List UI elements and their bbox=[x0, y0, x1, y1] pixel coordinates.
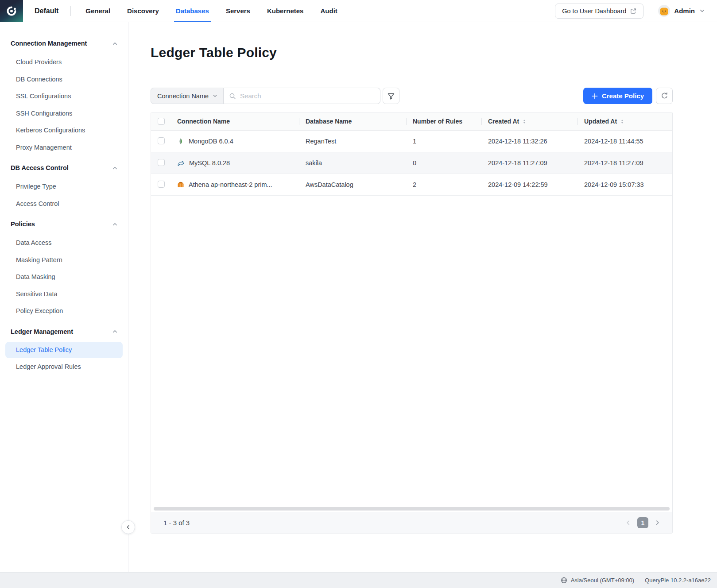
section-header-db-access-control[interactable]: DB Access Control bbox=[0, 162, 128, 173]
chevron-left-icon bbox=[125, 524, 131, 530]
pagination: 1 bbox=[625, 517, 661, 528]
sidebar-item-ledger-table-policy[interactable]: Ledger Table Policy bbox=[5, 342, 123, 358]
search-input[interactable] bbox=[240, 92, 376, 100]
user-avatar bbox=[658, 5, 670, 17]
sidebar-item-privilege-type[interactable]: Privilege Type bbox=[0, 178, 128, 195]
sidebar-item-sensitive-data[interactable]: Sensitive Data bbox=[0, 286, 128, 303]
chevron-down-icon bbox=[212, 93, 218, 99]
sidebar-item-data-masking[interactable]: Data Masking bbox=[0, 268, 128, 286]
tab-databases[interactable]: Databases bbox=[174, 0, 211, 22]
user-name: Admin bbox=[674, 7, 695, 15]
chevron-up-icon bbox=[112, 328, 118, 335]
table-row[interactable]: MySQL 8.0.28 sakila 0 2024-12-18 11:27:0… bbox=[151, 152, 672, 174]
table-toolbar: Connection Name bbox=[151, 88, 673, 104]
chevron-up-icon bbox=[112, 165, 118, 171]
filter-button[interactable] bbox=[383, 88, 399, 104]
mysql-icon bbox=[177, 159, 185, 166]
number-of-rules: 0 bbox=[406, 159, 481, 166]
sidebar-item-access-control[interactable]: Access Control bbox=[0, 195, 128, 213]
main-content: Ledger Table Policy Connection Name bbox=[128, 22, 717, 572]
table-row[interactable]: MongoDB 6.0.4 ReganTest 1 2024-12-18 11:… bbox=[151, 131, 672, 152]
page-title: Ledger Table Policy bbox=[151, 45, 673, 60]
external-link-icon bbox=[630, 8, 636, 14]
row-checkbox[interactable] bbox=[158, 159, 165, 166]
updated-at: 2024-12-09 15:07:33 bbox=[577, 181, 672, 188]
user-menu[interactable]: Admin bbox=[658, 5, 705, 17]
connection-name: MongoDB 6.0.4 bbox=[189, 138, 233, 145]
create-policy-button[interactable]: Create Policy bbox=[583, 88, 652, 104]
refresh-icon bbox=[661, 92, 668, 100]
horizontal-scrollbar[interactable] bbox=[154, 507, 670, 511]
globe-icon bbox=[561, 577, 567, 584]
sidebar-item-ledger-approval-rules[interactable]: Ledger Approval Rules bbox=[0, 358, 128, 375]
version-text: QueryPie 10.2.2-a16ae22 bbox=[645, 577, 711, 584]
column-connection-name: Connection Name bbox=[171, 112, 299, 130]
section-db-access-control: DB Access Control Privilege Type Access … bbox=[0, 162, 128, 212]
table-row[interactable]: Athena ap-northeast-2 prim... AwsDataCat… bbox=[151, 174, 672, 196]
policy-table: Connection Name Database Name Number of … bbox=[151, 112, 673, 534]
search-box bbox=[224, 88, 380, 104]
table-header-row: Connection Name Database Name Number of … bbox=[151, 112, 672, 131]
section-policies: Policies Data Access Masking Pattern Dat… bbox=[0, 219, 128, 320]
created-at: 2024-12-18 11:27:09 bbox=[481, 159, 577, 166]
sidebar-item-kerberos-configurations[interactable]: Kerberos Configurations bbox=[0, 122, 128, 139]
search-field-value: Connection Name bbox=[157, 93, 209, 100]
refresh-button[interactable] bbox=[656, 88, 673, 104]
select-all-checkbox[interactable] bbox=[158, 118, 165, 125]
next-page-button[interactable] bbox=[654, 519, 661, 526]
chevron-up-icon bbox=[112, 40, 118, 47]
header-divider bbox=[70, 6, 71, 16]
go-to-user-dashboard-button[interactable]: Go to User Dashboard bbox=[555, 4, 643, 19]
sort-icon bbox=[620, 119, 625, 124]
section-connection-management: Connection Management Cloud Providers DB… bbox=[0, 38, 128, 156]
chevron-down-icon bbox=[699, 8, 705, 14]
querypie-logo[interactable] bbox=[0, 0, 23, 22]
column-updated-at[interactable]: Updated At bbox=[577, 112, 672, 130]
section-ledger-management: Ledger Management Ledger Table Policy Le… bbox=[0, 326, 128, 375]
sidebar-collapse-button[interactable] bbox=[121, 520, 135, 534]
created-at: 2024-12-09 14:22:59 bbox=[481, 181, 577, 188]
created-at: 2024-12-18 11:32:26 bbox=[481, 138, 577, 145]
section-header-ledger-management[interactable]: Ledger Management bbox=[0, 326, 128, 337]
sidebar-item-proxy-management[interactable]: Proxy Management bbox=[0, 139, 128, 156]
funnel-icon bbox=[387, 92, 395, 100]
horizontal-scrollbar-track bbox=[151, 506, 672, 512]
plus-icon bbox=[592, 93, 598, 99]
database-name: ReganTest bbox=[299, 138, 406, 145]
tab-servers[interactable]: Servers bbox=[224, 0, 252, 22]
column-number-of-rules: Number of Rules bbox=[406, 112, 481, 130]
tab-general[interactable]: General bbox=[84, 0, 112, 22]
tab-audit[interactable]: Audit bbox=[318, 0, 339, 22]
dashboard-button-label: Go to User Dashboard bbox=[562, 8, 626, 15]
table-empty-area bbox=[151, 196, 672, 506]
section-header-policies[interactable]: Policies bbox=[0, 219, 128, 229]
page-number-button[interactable]: 1 bbox=[637, 517, 648, 528]
row-checkbox[interactable] bbox=[158, 181, 165, 188]
sidebar-item-data-access[interactable]: Data Access bbox=[0, 234, 128, 251]
number-of-rules: 1 bbox=[406, 138, 481, 145]
database-name: AwsDataCatalog bbox=[299, 181, 406, 188]
previous-page-button[interactable] bbox=[625, 519, 632, 526]
section-title: Policies bbox=[11, 220, 35, 228]
search-icon bbox=[229, 93, 236, 100]
create-policy-label: Create Policy bbox=[602, 92, 644, 100]
connection-name: Athena ap-northeast-2 prim... bbox=[189, 181, 272, 188]
search-field-select[interactable]: Connection Name bbox=[151, 88, 224, 104]
section-title: Ledger Management bbox=[11, 328, 73, 335]
updated-at: 2024-12-18 11:44:55 bbox=[577, 138, 672, 145]
chevron-right-icon bbox=[654, 519, 661, 526]
sidebar-item-masking-pattern[interactable]: Masking Pattern bbox=[0, 251, 128, 269]
sidebar-item-ssh-configurations[interactable]: SSH Configurations bbox=[0, 105, 128, 122]
database-name: sakila bbox=[299, 159, 406, 166]
sidebar-item-cloud-providers[interactable]: Cloud Providers bbox=[0, 54, 128, 71]
workspace-name[interactable]: Default bbox=[35, 7, 58, 15]
column-created-at[interactable]: Created At bbox=[481, 112, 577, 130]
athena-icon bbox=[177, 181, 184, 188]
tab-discovery[interactable]: Discovery bbox=[125, 0, 161, 22]
row-checkbox[interactable] bbox=[158, 137, 165, 144]
sidebar-item-db-connections[interactable]: DB Connections bbox=[0, 71, 128, 88]
section-header-connection-management[interactable]: Connection Management bbox=[0, 38, 128, 49]
tab-kubernetes[interactable]: Kubernetes bbox=[265, 0, 306, 22]
sidebar-item-ssl-configurations[interactable]: SSL Configurations bbox=[0, 88, 128, 105]
sidebar-item-policy-exception[interactable]: Policy Exception bbox=[0, 302, 128, 320]
